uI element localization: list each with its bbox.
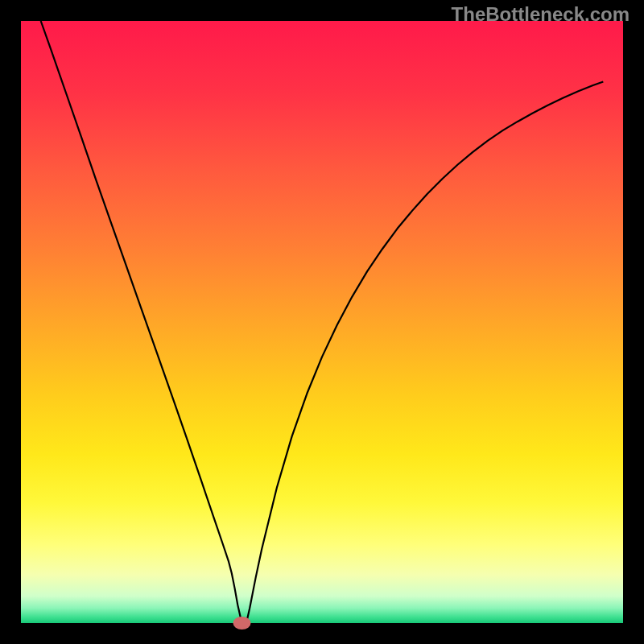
minimum-marker	[233, 617, 251, 630]
watermark-text: TheBottleneck.com	[452, 3, 630, 26]
chart-container: TheBottleneck.com	[0, 0, 644, 644]
bottleneck-chart	[0, 0, 644, 644]
plot-background	[21, 21, 623, 623]
